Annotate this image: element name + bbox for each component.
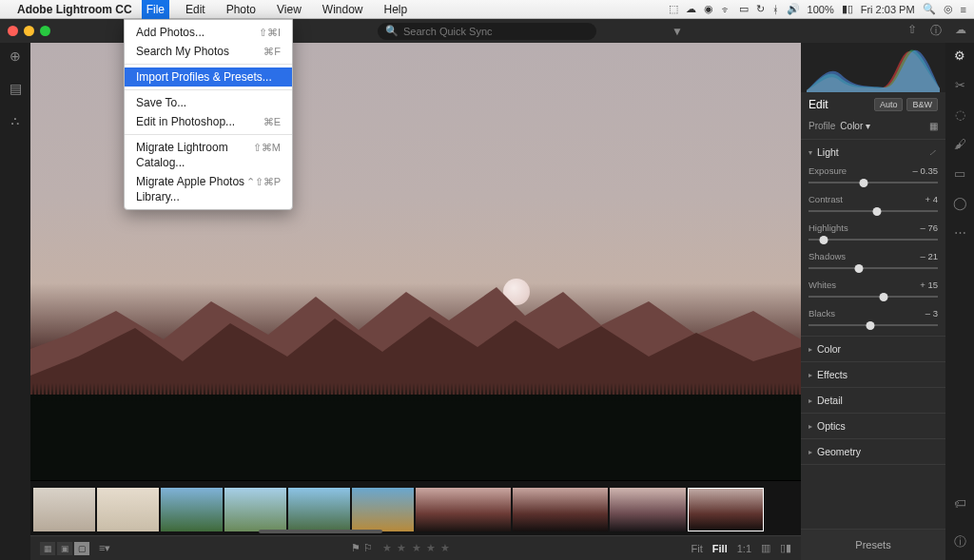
radial-gradient-icon[interactable]: ◯ [953,196,967,210]
slider-knob[interactable] [873,207,882,216]
slider-track[interactable] [808,320,938,330]
slider-knob[interactable] [855,264,864,273]
histogram[interactable] [801,43,945,92]
sync-icon[interactable]: ◉ [704,3,713,15]
section-geometry-header[interactable]: ▸Geometry [801,439,945,464]
section-light-header[interactable]: ▾ Light ⟋ [801,140,945,164]
display-icon[interactable]: ▭ [739,3,749,15]
view-photogrid-icon[interactable]: ▦ [40,542,55,555]
sort-icon[interactable]: ≡▾ [99,542,110,554]
spotlight-icon[interactable]: 🔍 [923,3,936,15]
window-close-button[interactable] [8,26,18,36]
filmstrip-thumb[interactable] [610,488,686,531]
filmstrip-scrollbar[interactable] [259,530,382,533]
section-detail-header[interactable]: ▸Detail [801,388,945,413]
filmstrip-thumb[interactable] [688,488,764,531]
slider-blacks[interactable]: Blacks– 3 [801,307,945,336]
slider-track[interactable] [808,206,938,216]
file-menu-item[interactable]: Migrate Lightroom Catalog...⇧⌘M [125,138,292,172]
section-effects-header[interactable]: ▸Effects [801,362,945,387]
slider-track[interactable] [808,292,938,301]
dropbox-icon[interactable]: ⬚ [669,3,678,15]
menu-photo[interactable]: Photo [222,0,261,19]
section-color-header[interactable]: ▸Color [801,337,945,361]
zoom-1to1[interactable]: 1:1 [737,543,751,554]
filmstrip[interactable] [30,480,801,535]
siri-icon[interactable]: ◎ [944,3,953,15]
search-input[interactable]: 🔍 Search Quick Sync [378,23,596,40]
file-menu-item[interactable]: Migrate Apple Photos Library...⌃⇧⌘P [125,172,292,206]
battery-percent[interactable]: 100% [808,4,834,15]
profile-row[interactable]: Profile Color ▾ ▦ [801,117,945,140]
filmstrip-thumb[interactable] [352,488,414,531]
brush-icon[interactable]: 🖌 [954,137,966,151]
filmstrip-thumb[interactable] [224,488,286,531]
menu-window[interactable]: Window [318,0,368,19]
rating-stars[interactable]: ★ ★ ★ ★ ★ [382,542,450,554]
help-icon[interactable]: ⓘ [954,533,966,550]
edit-sliders-icon[interactable]: ⚙ [954,48,965,63]
window-minimize-button[interactable] [24,26,34,36]
slider-knob[interactable] [860,179,868,187]
heal-icon[interactable]: ◌ [955,107,965,122]
notification-center-icon[interactable]: ≡ [961,4,966,15]
profile-value[interactable]: Color ▾ [840,121,870,131]
menu-help[interactable]: Help [380,0,413,19]
info-icon[interactable]: ⓘ [930,23,942,39]
zoom-fill[interactable]: Fill [712,543,728,554]
library-icon[interactable]: ▤ [10,81,22,96]
battery-icon[interactable]: ▮▯ [842,3,853,15]
auto-button[interactable]: Auto [874,98,904,111]
menu-view[interactable]: View [272,0,306,19]
menu-edit[interactable]: Edit [181,0,210,19]
view-mode-segmented[interactable]: ▦ ▣ ▢ [40,542,89,555]
slider-shadows[interactable]: Shadows– 21 [801,250,945,279]
file-menu-item[interactable]: Search My Photos⌘F [125,42,292,61]
slider-track[interactable] [808,263,938,273]
menu-file[interactable]: File [142,0,169,19]
zoom-fit[interactable]: Fit [692,543,703,554]
file-menu-item[interactable]: Add Photos...⇧⌘I [125,23,292,42]
slider-knob[interactable] [820,236,828,244]
app-name[interactable]: Adobe Lightroom CC [17,3,132,16]
volume-icon[interactable]: 🔊 [787,3,800,15]
slider-contrast[interactable]: Contrast+ 4 [801,193,945,222]
cloud-sync-icon[interactable]: ☁ [955,23,966,39]
slider-knob[interactable] [867,321,875,330]
section-optics-header[interactable]: ▸Optics [801,414,945,438]
file-menu-item[interactable]: Import Profiles & Presets... [125,68,292,87]
slider-knob[interactable] [879,293,887,301]
bluetooth-icon[interactable]: ᚼ [772,4,779,15]
panel-toggle-icon[interactable]: ▯▮ [780,542,791,554]
slider-whites[interactable]: Whites+ 15 [801,279,945,307]
cloud-icon[interactable]: ☁ [686,3,696,15]
tone-curve-icon[interactable]: ⟋ [927,146,938,158]
filmstrip-thumb[interactable] [97,488,159,531]
share-icon[interactable]: ⇧ [907,23,917,39]
tag-icon[interactable]: 🏷 [954,496,966,511]
timemachine-icon[interactable]: ↻ [756,3,765,15]
filmstrip-thumb[interactable] [416,488,511,531]
bw-button[interactable]: B&W [906,98,938,111]
filmstrip-thumb[interactable] [513,488,608,531]
presets-button[interactable]: Presets [801,529,945,560]
filmstrip-thumb[interactable] [288,488,350,531]
add-photos-icon[interactable]: ⊕ [10,48,21,64]
view-squaregrid-icon[interactable]: ▣ [57,542,72,555]
people-icon[interactable]: ⛬ [9,113,22,128]
filter-icon[interactable]: ▼ [672,25,683,38]
flag-controls[interactable]: ⚑ ⚐ [351,542,373,554]
slider-track[interactable] [808,178,938,187]
filmstrip-thumb[interactable] [161,488,223,531]
filmstrip-thumb[interactable] [33,488,95,531]
file-menu-item[interactable]: Save To... [125,93,292,112]
slider-exposure[interactable]: Exposure– 0.35 [801,164,945,193]
slider-highlights[interactable]: Highlights– 76 [801,222,945,250]
view-detail-icon[interactable]: ▢ [74,542,89,555]
more-icon[interactable]: ⋯ [954,225,966,240]
clock[interactable]: Fri 2:03 PM [861,4,915,15]
crop-icon[interactable]: ✂ [955,78,965,92]
wifi-icon[interactable]: ᯤ [721,4,731,15]
window-zoom-button[interactable] [40,26,50,36]
profile-browser-icon[interactable]: ▦ [929,121,938,131]
